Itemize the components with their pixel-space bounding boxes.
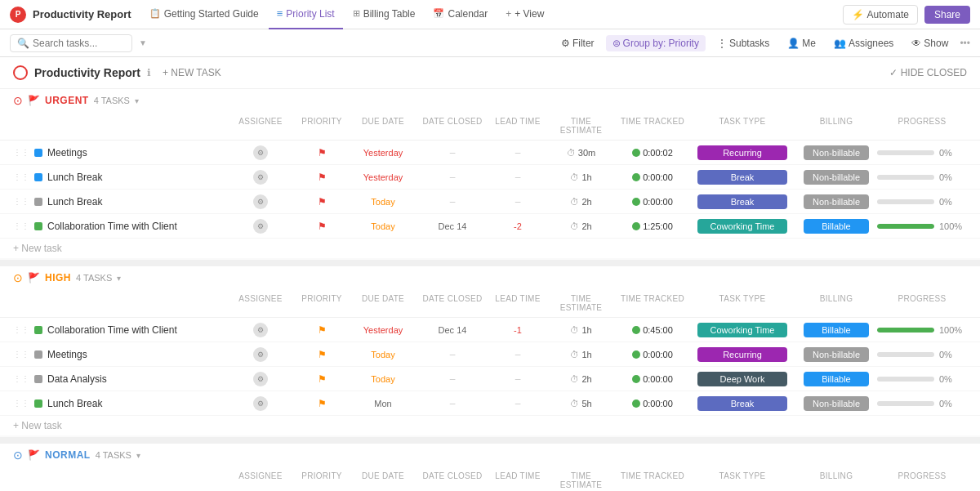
progress-cell: 100% — [877, 325, 967, 335]
drag-handle-icon[interactable]: ⋮⋮ — [13, 221, 29, 230]
date-closed-cell: – — [416, 196, 489, 208]
time-tracked-value: 0:00:00 — [643, 399, 673, 408]
task-name-cell: ⋮⋮ Collaboration Time with Client — [13, 221, 228, 232]
info-icon[interactable]: ℹ — [147, 67, 151, 78]
drag-handle-icon[interactable]: ⋮⋮ — [13, 374, 29, 383]
table-row[interactable]: ⋮⋮ Collaboration Time with Client ⚙ ⚑ To… — [0, 214, 980, 239]
tab-priority-list[interactable]: ≡ Priority List — [269, 0, 343, 29]
high-status-icon: ⊙ — [13, 271, 23, 284]
assignee-cell: ⚙ — [228, 219, 293, 234]
more-options-icon[interactable]: ••• — [960, 38, 970, 49]
new-task-button[interactable]: + NEW TASK — [158, 65, 226, 80]
section-high-header: ⊙ 🚩 HIGH 4 TASKS ▾ — [0, 266, 980, 289]
table-row[interactable]: ⋮⋮ Lunch Break ⚙ ⚑ Yesterday – – ⏱ 1h 0:… — [0, 165, 980, 190]
hide-closed-button[interactable]: ✓ HIDE CLOSED — [889, 67, 967, 78]
task-name-cell: ⋮⋮ Lunch Break — [13, 398, 228, 409]
drag-handle-icon[interactable]: ⋮⋮ — [13, 148, 29, 157]
assignees-button[interactable]: 👥 Assignees — [827, 35, 900, 51]
progress-bar — [877, 328, 934, 333]
search-box[interactable]: 🔍 — [10, 34, 132, 52]
show-button[interactable]: 👁 Show — [905, 35, 955, 51]
section-normal-expand[interactable]: ▾ — [136, 451, 140, 460]
col-billing: BILLING — [795, 115, 877, 136]
date-closed-cell: – — [416, 349, 489, 360]
billing-cell: Billable — [795, 323, 877, 337]
priority-cell: ⚑ — [293, 147, 350, 158]
drag-handle-icon[interactable]: ⋮⋮ — [13, 350, 29, 359]
automate-button[interactable]: ⚡ Automate — [843, 5, 918, 25]
task-name: Lunch Break — [47, 196, 102, 208]
clock-icon: ⏱ — [570, 399, 579, 408]
progress-text: 0% — [939, 197, 960, 207]
section-urgent-expand[interactable]: ▾ — [135, 96, 139, 105]
assignee-cell: ⚙ — [228, 396, 293, 411]
section-divider — [0, 437, 980, 444]
project-title: Productivity Report — [34, 66, 140, 79]
table-row[interactable]: ⋮⋮ Lunch Break ⚙ ⚑ Today – – ⏱ 2h 0:00:0… — [0, 190, 980, 214]
task-name-cell: ⋮⋮ Collaboration Time with Client — [13, 324, 228, 336]
task-color-dot — [34, 326, 42, 334]
col-date-closed: DATE CLOSED — [416, 115, 489, 136]
table-row[interactable]: ⋮⋮ Meetings ⚙ ⚑ Today – – ⏱ 1h 0:00:00 — [0, 342, 980, 367]
task-type-badge: Deep Work — [697, 372, 787, 386]
search-dropdown-icon[interactable]: ▼ — [139, 38, 147, 47]
progress-cell: 0% — [877, 399, 967, 408]
table-row[interactable]: ⋮⋮ Lunch Break ⚙ ⚑ Mon – – ⏱ 5h 0:00:00 — [0, 391, 980, 416]
subtasks-label: Subtasks — [729, 38, 769, 49]
subtasks-button[interactable]: ⋮ Subtasks — [710, 35, 776, 51]
priority-cell: ⚑ — [293, 349, 350, 360]
col-due-date: DUE DATE — [350, 292, 416, 314]
time-estimate-value: 1h — [581, 350, 591, 359]
col-due-date: DUE DATE — [350, 115, 416, 136]
col-progress: PROGRESS — [877, 470, 967, 491]
filter-button[interactable]: ⚙ Filter — [555, 35, 601, 51]
col-time-estimate: TIME ESTIMATE — [546, 470, 616, 491]
assignee-cell: ⚙ — [228, 194, 293, 209]
date-closed-cell: – — [416, 172, 489, 183]
progress-bar — [877, 199, 934, 204]
avatar: ⚙ — [253, 396, 268, 411]
col-lead-time: LEAD TIME — [489, 292, 546, 314]
table-row[interactable]: ⋮⋮ Meetings ⚙ ⚑ Yesterday – – ⏱ 30m 0:00… — [0, 141, 980, 165]
priority-flag-icon: ⚑ — [318, 349, 327, 360]
drag-handle-icon[interactable]: ⋮⋮ — [13, 172, 29, 181]
tab-view-add[interactable]: + + View — [497, 0, 552, 29]
time-estimate-cell: ⏱ 1h — [546, 350, 616, 359]
task-color-dot — [34, 375, 42, 383]
col-lead-time: LEAD TIME — [489, 115, 546, 136]
avatar: ⚙ — [253, 170, 268, 185]
search-input[interactable] — [33, 38, 125, 49]
date-closed-cell: Dec 14 — [416, 221, 489, 231]
avatar: ⚙ — [253, 347, 268, 362]
progress-bar — [877, 377, 934, 382]
drag-handle-icon[interactable]: ⋮⋮ — [13, 197, 29, 206]
add-task-high[interactable]: + New task — [0, 416, 980, 435]
project-header: Productivity Report ℹ + NEW TASK ✓ HIDE … — [0, 57, 980, 89]
billing-cell: Non-billable — [795, 347, 877, 362]
tab-calendar[interactable]: 📅 Calendar — [425, 0, 496, 29]
progress-cell: 0% — [877, 172, 967, 182]
col-task — [13, 470, 228, 491]
automate-icon: ⚡ — [852, 9, 864, 20]
share-button[interactable]: Share — [924, 6, 970, 24]
assignee-cell: ⚙ — [228, 372, 293, 386]
progress-bar — [877, 401, 934, 406]
add-task-urgent[interactable]: + New task — [0, 239, 980, 258]
drag-handle-icon[interactable]: ⋮⋮ — [13, 325, 29, 334]
group-by-button[interactable]: ⊜ Group by: Priority — [606, 35, 706, 51]
me-button[interactable]: 👤 Me — [781, 35, 822, 51]
task-color-dot — [34, 198, 42, 206]
clock-icon: ⏱ — [570, 172, 579, 182]
task-type-badge: Coworking Time — [697, 323, 787, 337]
tab-getting-started[interactable]: 📋 Getting Started Guide — [141, 0, 267, 29]
table-row[interactable]: ⋮⋮ Data Analysis ⚙ ⚑ Today – – ⏱ 2h 0:00… — [0, 367, 980, 391]
section-high-expand[interactable]: ▾ — [117, 274, 121, 283]
time-tracked-cell: 0:00:00 — [616, 350, 689, 359]
drag-handle-icon[interactable]: ⋮⋮ — [13, 399, 29, 408]
billing-badge: Billable — [804, 372, 869, 386]
lead-time-cell: -1 — [489, 325, 546, 335]
tab-billing-table[interactable]: ⊞ Billing Table — [345, 0, 424, 29]
urgent-table-header: ASSIGNEE PRIORITY DUE DATE DATE CLOSED L… — [0, 112, 980, 141]
task-color-dot — [34, 350, 42, 359]
table-row[interactable]: ⋮⋮ Collaboration Time with Client ⚙ ⚑ Ye… — [0, 318, 980, 342]
